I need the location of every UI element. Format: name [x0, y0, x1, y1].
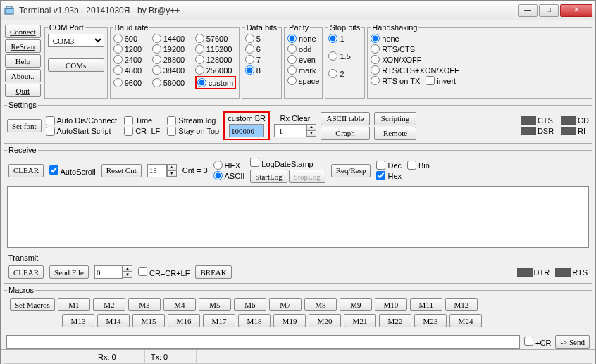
chk-stayontop[interactable]: Stay on Top — [167, 127, 219, 136]
chk-dec[interactable]: Dec — [376, 161, 402, 170]
macro-m5[interactable]: M5 — [199, 298, 231, 311]
baud-28800[interactable]: 28800 — [152, 55, 185, 64]
macro-m13[interactable]: M13 — [62, 314, 94, 327]
spin-up-icon[interactable]: ▲ — [123, 265, 132, 272]
databits-7[interactable]: 7 — [245, 55, 278, 64]
macro-m15[interactable]: M15 — [132, 314, 165, 327]
macro-m20[interactable]: M20 — [309, 314, 341, 327]
scripting-button[interactable]: Scripting — [374, 112, 416, 125]
tx-spin-input[interactable] — [94, 265, 123, 279]
macro-m4[interactable]: M4 — [163, 298, 196, 311]
connect-button[interactable]: Connect — [5, 25, 41, 38]
databits-5[interactable]: 5 — [245, 34, 278, 43]
stopbits-15[interactable]: 1.5 — [328, 51, 361, 61]
macro-m24[interactable]: M24 — [449, 314, 482, 327]
macro-m12[interactable]: M12 — [445, 298, 478, 311]
baud-2400[interactable]: 2400 — [113, 55, 142, 64]
macro-m7[interactable]: M7 — [269, 298, 302, 311]
break-button[interactable]: BREAK — [195, 265, 231, 279]
macro-m23[interactable]: M23 — [414, 314, 447, 327]
tx-clear-button[interactable]: CLEAR — [8, 265, 44, 279]
databits-8[interactable]: 8 — [245, 65, 278, 75]
parity-odd[interactable]: odd — [287, 44, 319, 54]
baud-600[interactable]: 600 — [113, 34, 142, 43]
chk-autostart[interactable]: AutoStart Script — [46, 127, 118, 136]
close-button[interactable]: ✕ — [560, 4, 592, 17]
stopbits-2[interactable]: 2 — [328, 69, 361, 78]
chk-logdate[interactable]: LogDateStamp — [250, 158, 313, 168]
baud-custom[interactable]: custom — [197, 78, 234, 87]
macro-m8[interactable]: M8 — [304, 298, 337, 311]
cnt-spin[interactable]: ▲▼ — [147, 164, 177, 177]
macro-m21[interactable]: M21 — [344, 314, 376, 327]
recv-clear-button[interactable]: CLEAR — [8, 164, 44, 177]
comport-select[interactable]: COM3 — [48, 34, 104, 47]
tx-spin[interactable]: ▲▼ — [94, 265, 132, 279]
parity-even[interactable]: even — [287, 55, 319, 64]
baud-57600[interactable]: 57600 — [195, 34, 236, 43]
rescan-button[interactable]: ReScan — [5, 39, 41, 53]
spin-up-icon[interactable]: ▲ — [306, 124, 316, 130]
asciitable-button[interactable]: ASCII table — [321, 112, 370, 125]
baud-1200[interactable]: 1200 — [113, 44, 142, 54]
chk-crcrlf[interactable]: CR=CR+LF — [138, 267, 190, 277]
macro-m11[interactable]: M11 — [410, 298, 442, 311]
macro-m18[interactable]: M18 — [238, 314, 271, 327]
baud-115200[interactable]: 115200 — [195, 44, 236, 54]
custom-br-input[interactable] — [229, 124, 264, 137]
parity-space[interactable]: space — [287, 76, 319, 85]
macro-m19[interactable]: M19 — [273, 314, 306, 327]
macro-m1[interactable]: M1 — [58, 298, 90, 311]
cnt-input[interactable] — [147, 164, 167, 177]
remote-button[interactable]: Remote — [374, 127, 416, 140]
led-rts[interactable]: RTS — [555, 268, 588, 277]
spin-down-icon[interactable]: ▼ — [167, 170, 177, 177]
spin-up-icon[interactable]: ▲ — [167, 164, 177, 170]
chk-hex[interactable]: Hex — [376, 171, 402, 180]
baud-4800[interactable]: 4800 — [113, 65, 142, 75]
baud-19200[interactable]: 19200 — [152, 44, 185, 54]
macro-m2[interactable]: M2 — [93, 298, 125, 311]
chk-time[interactable]: Time — [124, 116, 160, 125]
baud-56000[interactable]: 56000 — [152, 76, 185, 89]
minimize-button[interactable]: — — [518, 4, 538, 17]
hs-none[interactable]: none — [371, 34, 589, 43]
baud-9600[interactable]: 9600 — [113, 76, 142, 89]
receive-textarea[interactable] — [7, 186, 589, 248]
chk-bin[interactable]: Bin — [407, 161, 430, 170]
recv-hex[interactable]: HEX — [213, 161, 245, 170]
coms-button[interactable]: COMs — [48, 58, 104, 72]
startlog-button[interactable]: StartLog — [250, 170, 287, 183]
hs-invert[interactable]: invert — [426, 76, 456, 85]
reqresp-button[interactable]: Req/Resp — [331, 164, 371, 177]
setmacros-button[interactable]: Set Macros — [10, 298, 55, 311]
send-input[interactable] — [6, 335, 520, 349]
parity-mark[interactable]: mark — [287, 65, 319, 75]
rxclear-spin[interactable]: ▲▼ — [274, 124, 316, 137]
databits-6[interactable]: 6 — [245, 44, 278, 54]
macro-m10[interactable]: M10 — [375, 298, 407, 311]
led-dtr[interactable]: DTR — [517, 268, 550, 277]
baud-14400[interactable]: 14400 — [152, 34, 185, 43]
macro-m16[interactable]: M16 — [168, 314, 200, 327]
macro-m9[interactable]: M9 — [340, 298, 372, 311]
maximize-button[interactable]: □ — [539, 4, 559, 17]
macro-m22[interactable]: M22 — [379, 314, 411, 327]
spin-down-icon[interactable]: ▼ — [306, 130, 316, 137]
sendfile-button[interactable]: Send File — [49, 265, 89, 279]
macro-m6[interactable]: M6 — [234, 298, 266, 311]
rxclear-input[interactable] — [274, 124, 306, 137]
send-button[interactable]: -> Send — [555, 335, 590, 349]
stopbits-1[interactable]: 1 — [328, 34, 361, 43]
macro-m14[interactable]: M14 — [97, 314, 130, 327]
baud-128000[interactable]: 128000 — [195, 55, 236, 64]
resetcnt-button[interactable]: Reset Cnt — [101, 164, 142, 177]
chk-cr[interactable]: +CR — [524, 337, 551, 347]
macro-m17[interactable]: M17 — [203, 314, 235, 327]
chk-crlf[interactable]: CR=LF — [124, 127, 160, 136]
chk-autodis[interactable]: Auto Dis/Connect — [46, 116, 118, 125]
spin-down-icon[interactable]: ▼ — [123, 272, 132, 278]
baud-38400[interactable]: 38400 — [152, 65, 185, 75]
setfont-button[interactable]: Set font — [7, 119, 42, 132]
hs-rtscts-xonxoff[interactable]: RTS/CTS+XON/XOFF — [371, 65, 589, 75]
